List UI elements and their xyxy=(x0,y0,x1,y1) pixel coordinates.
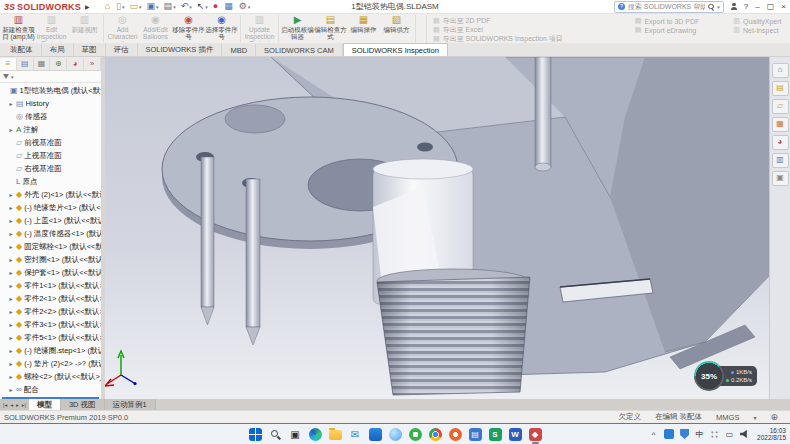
user-account-icon[interactable] xyxy=(730,3,738,11)
tree-item[interactable]: ▸ ◆ 零件1<1> (默认<<默认>_显示状态>) xyxy=(0,279,101,292)
save-icon[interactable]: ▣ ▾ xyxy=(146,2,160,11)
expand-arrow-icon[interactable]: ▸ xyxy=(8,295,14,302)
edit-suppliers-button[interactable]: ▧ 编辑供方 xyxy=(380,15,416,42)
tray-chevron-icon[interactable]: ^ xyxy=(649,429,658,440)
expand-arrow-icon[interactable]: ▸ xyxy=(8,321,14,328)
new-view-button[interactable]: ▥ 新建视图 xyxy=(68,15,104,42)
tree-filter[interactable]: ▾ xyxy=(0,71,101,83)
wps-sheet-icon[interactable]: S xyxy=(489,428,502,441)
expand-arrow-icon[interactable]: ▸ xyxy=(8,243,14,250)
tab-assembly[interactable]: 装配体 xyxy=(2,43,42,56)
browser-green-icon[interactable] xyxy=(409,428,422,441)
select-balloons-button[interactable]: ◉ 选择零件序号 xyxy=(205,15,241,42)
doc-tab-model[interactable]: 模型 xyxy=(29,399,61,410)
memory-percent-badge[interactable]: 35% xyxy=(694,361,724,391)
model-threaded-section[interactable] xyxy=(377,269,530,395)
expand-arrow-icon[interactable]: ▸ xyxy=(8,308,14,315)
tree-item[interactable]: ▸ ◆ (-) 温度传感器<1> (默认<<默认>_显示状态>) xyxy=(0,227,101,240)
add-edit-balloons-button[interactable]: ◉ Add/Edit Balloons xyxy=(139,15,172,42)
home-icon[interactable]: ⌂ xyxy=(104,2,112,11)
word-icon[interactable]: W xyxy=(509,428,522,441)
minimize-button[interactable]: – xyxy=(755,2,759,11)
edge-icon[interactable] xyxy=(309,428,322,441)
onedrive-icon[interactable] xyxy=(664,429,674,439)
expand-arrow-icon[interactable]: ▸ xyxy=(8,347,14,354)
add-characteristic-button[interactable]: ◎ Add Characteristic xyxy=(106,15,139,42)
export-menu-item[interactable]: ▤ Export eDrawing xyxy=(635,26,699,34)
model-assembly[interactable] xyxy=(105,57,769,399)
expand-arrow-icon[interactable]: ▸ xyxy=(8,191,14,198)
tree-item[interactable]: ◎ 传感器 xyxy=(0,110,101,123)
search-icon[interactable] xyxy=(708,4,714,10)
help-button[interactable]: ? xyxy=(744,2,748,11)
doc-tab-nav-arrow-icon[interactable]: ▸ xyxy=(15,402,20,408)
restore-button[interactable]: ▢ xyxy=(767,2,775,11)
featuremanager-tab[interactable]: ≡ xyxy=(0,58,17,70)
expand-arrow-icon[interactable]: ▸ xyxy=(8,373,14,380)
tab-solidworks-inspection[interactable]: SOLIDWORKS Inspection xyxy=(343,43,448,56)
security-shield-icon[interactable] xyxy=(680,429,689,439)
doc-tab-3d-views[interactable]: 3D 视图 xyxy=(61,399,105,410)
speed-ball-widget[interactable]: 35% 1KB/s 0.2KB/s xyxy=(694,361,757,391)
expand-arrow-icon[interactable]: ▸ xyxy=(8,282,14,289)
tree-item[interactable]: ▸ ◆ (-) 绝缘圈.step<1> (默认<<默认>_显示状态>) xyxy=(0,344,101,357)
file-explorer-icon[interactable] xyxy=(329,430,342,440)
expand-arrow-icon[interactable]: ▸ xyxy=(8,269,14,276)
weather-icon[interactable] xyxy=(389,428,402,441)
doc-tab-nav-arrow-icon[interactable]: ▸| xyxy=(21,402,27,408)
start-button-icon[interactable] xyxy=(249,428,262,441)
custom-properties-icon[interactable]: ▥ xyxy=(772,153,789,168)
edit-operations-button[interactable]: ▦ 编辑操作 xyxy=(347,15,380,42)
expand-arrow-icon[interactable]: ▸ xyxy=(8,256,14,263)
tree-item[interactable]: ▱ 右视基准面 xyxy=(0,162,101,175)
tree-item[interactable]: ▸ ◆ 外壳 (2)<1> (默认<<默认>_显示状态>) xyxy=(0,188,101,201)
undo-icon[interactable]: ↶ ▾ xyxy=(180,2,193,11)
expand-arrow-icon[interactable]: ▸ xyxy=(8,126,14,133)
solidworks-app-icon[interactable]: ◆ xyxy=(529,428,542,441)
tree-item[interactable]: ▸ A 注解 xyxy=(0,123,101,136)
tree-item[interactable]: ▸ ▤ History xyxy=(0,97,101,110)
ime-keyboard-icon[interactable] xyxy=(710,430,719,439)
display-settings-icon[interactable]: ▦ xyxy=(223,2,235,11)
tree-item[interactable]: ▱ 前视基准面 xyxy=(0,136,101,149)
open-icon[interactable]: ▭ ▾ xyxy=(129,2,143,11)
displaymanager-tab[interactable]: ◕ xyxy=(67,58,84,70)
tree-item[interactable]: ▸ ◆ 螺栓<2> (默认<<默认>_显示状态>) xyxy=(0,370,101,383)
close-button[interactable]: × xyxy=(781,2,786,11)
remove-balloons-button[interactable]: ◉ 移除零件序号 xyxy=(172,15,205,42)
tree-item[interactable]: ▸ ◆ 密封圈<1> (默认<<默认>_显示状态>) xyxy=(0,253,101,266)
tab-evaluate[interactable]: 评估 xyxy=(106,43,138,56)
tree-item[interactable]: ▸ ◆ (-) 垫片 (2)<2> ->? (默认<<默认>_显示状态>) xyxy=(0,357,101,370)
expand-arrow-icon[interactable]: ▸ xyxy=(8,100,14,107)
tree-item-mates[interactable]: ▸ ∞ 配合 xyxy=(0,383,101,396)
filter-caret-icon[interactable]: ▾ xyxy=(11,74,14,80)
export-menu-item[interactable]: ▤ 导出至 Excel xyxy=(433,26,563,34)
update-inspection-project-button[interactable]: ▥ Update Inspection Project xyxy=(243,15,279,42)
tree-item[interactable]: ▸ ◆ 零件2<1> (默认<<默认>_显示状态>) xyxy=(0,292,101,305)
tree-item[interactable]: ▸ ◆ (-) 绝缘垫片<1> (默认<<默认>_显示状态>) xyxy=(0,201,101,214)
quality-menu-item[interactable]: ▥ Net-Inspect xyxy=(733,26,781,34)
tree-root[interactable]: ▣ 1型铠装热电偶 (默认<默认_显示状态-1>) xyxy=(0,84,101,97)
tab-sketch[interactable]: 草图 xyxy=(74,43,106,56)
search-icon[interactable] xyxy=(269,428,282,441)
ime-mode-indicator[interactable]: 中 xyxy=(695,429,704,440)
tree-item[interactable]: ▸ ◆ 保护套<1> (默认<<默认>_显示状态>) xyxy=(0,266,101,279)
tab-mbd[interactable]: MBD xyxy=(222,44,256,56)
tree-item[interactable]: ▸ ◆ 固定螺栓<1> (默认<<默认>_显示状态>) xyxy=(0,240,101,253)
expand-arrow-icon[interactable]: ▸ xyxy=(8,204,14,211)
graphics-viewport[interactable]: 35% 1KB/s 0.2KB/s xyxy=(105,57,769,399)
options-gear-icon[interactable]: ⚙ ▾ xyxy=(238,2,252,11)
doc-tab-nav-arrow-icon[interactable]: |◂ xyxy=(2,402,8,408)
file-explorer-icon[interactable]: ▱ xyxy=(772,99,789,114)
mail-icon[interactable]: ✉ xyxy=(349,428,362,441)
new-inspection-project-button[interactable]: ▥ 新建检查项目 (amp;M) xyxy=(2,15,35,42)
print-icon[interactable]: ▤ ▾ xyxy=(163,2,177,11)
launch-template-editor-button[interactable]: ▶ 启动模板编辑器 xyxy=(281,15,314,42)
tab-layout[interactable]: 布局 xyxy=(42,43,74,56)
new-document-icon[interactable]: ▯ ▾ xyxy=(115,2,125,11)
tree-item[interactable]: ▸ ◆ (-) 上盖<1> (默认<<默认>_显示状态>) xyxy=(0,214,101,227)
expand-arrow-icon[interactable]: ▸ xyxy=(8,386,14,393)
doc-tab-motion-study[interactable]: 运动算例1 xyxy=(105,399,156,410)
status-globe-icon[interactable]: ⊕ xyxy=(770,412,778,422)
export-menu-item[interactable]: ▤ Export to 3D PDF xyxy=(635,17,699,25)
